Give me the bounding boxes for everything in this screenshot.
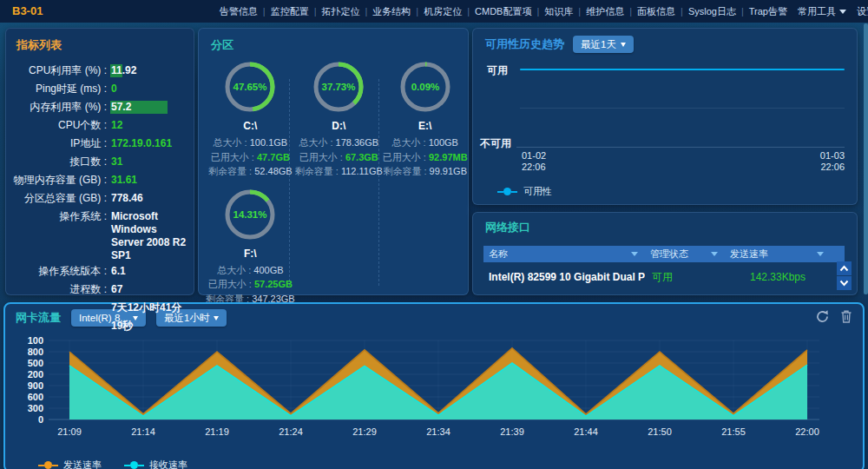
metrics-panel: 指标列表 CPU利用率 (%) :11.92Ping时延 (ms) :0内存利用… [5,28,194,295]
legend-item[interactable]: 发送速率 [38,459,102,469]
menu-item[interactable]: 告警信息 [215,0,262,23]
metric-row: 分区总容量 (GB) :778.46 [6,189,187,208]
menu-item-settings[interactable]: 设置 [852,0,868,23]
row-scroller [837,261,852,290]
partition-stat: 已用大小 : 67.3GB [295,150,383,165]
x-tick-label: 21:39 [500,426,524,437]
menu-item[interactable]: 维护信息 [582,0,628,23]
stat-value: 100GB [429,137,458,148]
metric-label: 进程数 : [6,281,107,299]
metric-value: 6.1 [111,262,126,281]
gridline [520,108,845,109]
table-header: 名称 管理状态 发送速率 [483,246,845,262]
column-label: 发送速率 [730,248,768,261]
chevron-down-icon [839,280,849,287]
column-divider [289,79,290,286]
metric-row: 操作系统版本 :6.1 [6,262,187,281]
usage-donut: 0.09% [397,58,454,116]
stat-value: 112.11GB [341,166,383,176]
usage-donut: 37.73% [310,58,367,116]
x-tick-label: 21:34 [426,426,450,437]
legend-label: 可用性 [523,185,552,198]
legend-marker-part [130,461,138,469]
menu-item[interactable]: Syslog日志 [684,0,740,23]
y-tick-label: 200 [28,369,43,380]
settings-label: 设置 [857,6,868,17]
usage-percent: 37.73% [322,82,356,92]
chevron-down-icon [839,10,846,14]
partition-stat: 已用大小 : 47.7GB [206,150,295,165]
legend-marker-part [124,465,130,466]
chevron-up-icon [839,265,849,272]
menu-items-container: 告警信息|监控配置|拓扑定位|业务结构|机房定位|CMDB配置项|知识库|维护信… [215,0,792,23]
traffic-chart: 100800500200900600300021:0921:1421:1921:… [5,334,866,457]
table-row[interactable]: Intel(R) 82599 10 Gigabit Dual Port Netw… [483,267,831,287]
metric-row: CPU利用率 (%) :11.92 [6,62,187,80]
partition-name: C:\ [206,120,295,132]
metric-value: 0 [111,80,120,98]
y-tick-label: 800 [28,347,43,357]
page-scrollbar[interactable] [864,23,868,294]
menu-item[interactable]: 监控配置 [266,0,313,23]
scroll-up-button[interactable] [837,261,852,275]
legend-marker-part [138,465,144,466]
metric-label: 操作系统 : [6,208,107,226]
x-axis-line [516,147,845,148]
stat-label: 已用大小 : [299,152,345,162]
stat-value: 67.3GB [345,152,378,162]
column-header-name[interactable]: 名称 [483,248,645,261]
x-tick-end-time: 22:06 [820,162,845,173]
availability-panel: 可用 不可用 01-02 22:06 01-03 22:06 可用性 可用性历史… [472,28,858,205]
chevron-down-icon [621,43,626,47]
time-range-dropdown[interactable]: 最近1天 [573,36,634,53]
menu-item[interactable]: CMDB配置项 [470,0,536,23]
time-range-label: 最近1天 [581,38,616,51]
legend-marker [124,461,144,469]
column-label: 管理状态 [650,248,688,261]
menu-item[interactable]: 机房定位 [419,0,466,23]
stat-label: 剩余容量 : [208,166,254,176]
chevron-down-icon [214,316,219,320]
column-header-rate[interactable]: 发送速率 [725,248,831,261]
availability-title: 可用性历史趋势 [485,36,564,52]
x-tick-label: 21:44 [574,426,598,437]
usage-percent: 0.09% [411,82,439,92]
metric-row: 进程数 :67 [6,281,187,299]
metric-row: 操作系统 :Microsoft Windows Server 2008 R2 S… [6,208,187,262]
scroll-down-button[interactable] [837,276,852,290]
metric-value: 67 [111,281,122,299]
partition-stat: 总大小 : 400GB [206,263,295,278]
metric-label: CPU个数 : [6,116,107,135]
column-label: 名称 [489,248,508,261]
partition-stat: 剩余容量 : 52.48GB [206,164,295,179]
stat-label: 剩余容量 : [295,166,341,176]
menu-item-common-tools[interactable]: 常用工具 [792,0,852,23]
x-tick-start-time: 22:06 [522,162,546,173]
refresh-button[interactable] [814,309,830,325]
metric-value-text: 12 [111,119,122,131]
menu-item[interactable]: 面板信息 [633,0,680,23]
metric-value-text: 0 [111,83,117,95]
menu-item[interactable]: Trap告警 [745,0,792,23]
availability-series-line [520,69,845,70]
menu-item[interactable]: 知识库 [540,0,577,23]
x-tick-label: 21:24 [279,426,303,437]
y-tick-label: 900 [28,380,43,391]
legend-item-availability[interactable]: 可用性 [497,185,552,198]
menu-item[interactable]: 业务结构 [368,0,415,23]
interface-rate: 142.33Kbps [725,271,831,283]
metrics-title: 指标列表 [16,37,187,53]
metric-value: 172.19.0.161 [111,135,172,153]
metric-row: Ping时延 (ms) :0 [6,80,187,98]
network-interfaces-panel: 网络接口 名称 管理状态 发送速率 Intel(R) 82599 10 Giga… [472,212,858,295]
interface-name: Intel(R) 82599 10 Gigabit Dual Port Netw… [483,271,645,283]
legend-item[interactable]: 接收速率 [124,459,187,469]
menu-item[interactable]: 拓扑定位 [317,0,364,23]
column-header-status[interactable]: 管理状态 [645,248,725,261]
x-tick-label: 21:14 [131,426,155,437]
x-tick-label: 21:29 [352,426,377,437]
metric-value-text: 31.61 [111,174,137,186]
y-tick-label: 100 [28,335,43,346]
partition-stat: 总大小 : 100.1GB [206,135,295,150]
delete-button[interactable] [838,309,854,325]
